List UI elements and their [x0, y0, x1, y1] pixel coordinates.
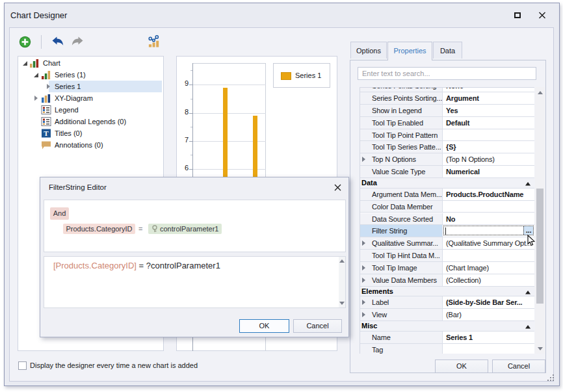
svg-text:T: T: [44, 129, 49, 137]
